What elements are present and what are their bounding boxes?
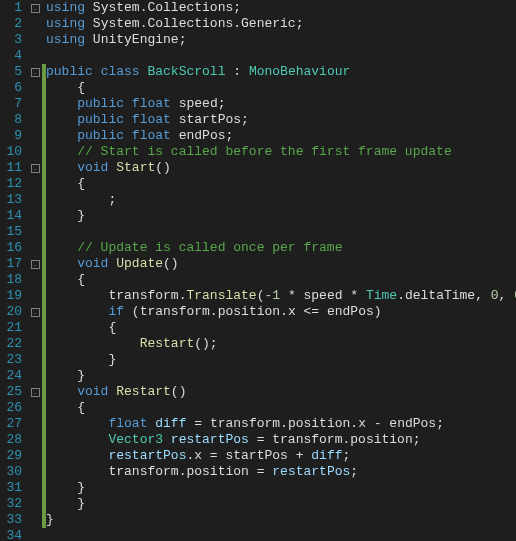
line-number: 28	[0, 432, 22, 448]
line-number: 34	[0, 528, 22, 541]
code-editor[interactable]: using System.Collections; using System.C…	[46, 0, 516, 541]
code-line[interactable]: void Start()	[46, 160, 516, 176]
line-number: 12	[0, 176, 22, 192]
line-number-gutter: 1 2 3 4 5 6 7 8 9 10 11 12 13 14 15 16 1…	[0, 0, 28, 541]
line-number: 20	[0, 304, 22, 320]
line-number: 24	[0, 368, 22, 384]
fold-toggle[interactable]: -	[31, 260, 40, 269]
code-line[interactable]: {	[46, 176, 516, 192]
code-line[interactable]: void Restart()	[46, 384, 516, 400]
code-line[interactable]: }	[46, 208, 516, 224]
code-line[interactable]: {	[46, 80, 516, 96]
line-number: 11	[0, 160, 22, 176]
line-number: 32	[0, 496, 22, 512]
line-number: 30	[0, 464, 22, 480]
line-number: 23	[0, 352, 22, 368]
line-number: 17	[0, 256, 22, 272]
code-line[interactable]: using UnityEngine;	[46, 32, 516, 48]
code-line[interactable]: // Start is called before the first fram…	[46, 144, 516, 160]
line-number: 31	[0, 480, 22, 496]
code-line[interactable]: transform.position = restartPos;	[46, 464, 516, 480]
line-number: 29	[0, 448, 22, 464]
code-line[interactable]: }	[46, 512, 516, 528]
line-number: 22	[0, 336, 22, 352]
code-line[interactable]: ;	[46, 192, 516, 208]
line-number: 2	[0, 16, 22, 32]
line-number: 5	[0, 64, 22, 80]
fold-toggle[interactable]: -	[31, 308, 40, 317]
code-line[interactable]: using System.Collections;	[46, 0, 516, 16]
line-number: 15	[0, 224, 22, 240]
line-number: 18	[0, 272, 22, 288]
line-number: 13	[0, 192, 22, 208]
code-line[interactable]: {	[46, 400, 516, 416]
code-line[interactable]: }	[46, 368, 516, 384]
fold-toggle[interactable]: -	[31, 164, 40, 173]
code-line[interactable]: Vector3 restartPos = transform.position;	[46, 432, 516, 448]
line-number: 19	[0, 288, 22, 304]
code-line[interactable]: if (transform.position.x <= endPos)	[46, 304, 516, 320]
line-number: 21	[0, 320, 22, 336]
code-line[interactable]: {	[46, 320, 516, 336]
code-line[interactable]	[46, 224, 516, 240]
code-line[interactable]: transform.Translate(-1 * speed * Time.de…	[46, 288, 516, 304]
line-number: 3	[0, 32, 22, 48]
line-number: 7	[0, 96, 22, 112]
line-number: 10	[0, 144, 22, 160]
line-number: 33	[0, 512, 22, 528]
line-number: 8	[0, 112, 22, 128]
code-line[interactable]: {	[46, 272, 516, 288]
code-line[interactable]	[46, 528, 516, 541]
fold-toggle[interactable]: -	[31, 388, 40, 397]
code-line[interactable]: void Update()	[46, 256, 516, 272]
line-number: 16	[0, 240, 22, 256]
fold-column: - - - - - -	[28, 0, 42, 541]
fold-toggle[interactable]: -	[31, 4, 40, 13]
code-line[interactable]: using System.Collections.Generic;	[46, 16, 516, 32]
line-number: 25	[0, 384, 22, 400]
code-line[interactable]: Restart();	[46, 336, 516, 352]
code-line[interactable]: }	[46, 496, 516, 512]
code-line[interactable]: // Update is called once per frame	[46, 240, 516, 256]
code-line[interactable]: public class BackScroll : MonoBehaviour	[46, 64, 516, 80]
code-line[interactable]: public float startPos;	[46, 112, 516, 128]
code-line[interactable]: }	[46, 352, 516, 368]
line-number: 14	[0, 208, 22, 224]
line-number: 9	[0, 128, 22, 144]
line-number: 27	[0, 416, 22, 432]
line-number: 26	[0, 400, 22, 416]
code-line[interactable]	[46, 48, 516, 64]
fold-toggle[interactable]: -	[31, 68, 40, 77]
code-line[interactable]: public float speed;	[46, 96, 516, 112]
line-number: 1	[0, 0, 22, 16]
code-line[interactable]: }	[46, 480, 516, 496]
code-line[interactable]: public float endPos;	[46, 128, 516, 144]
code-line[interactable]: restartPos.x = startPos + diff;	[46, 448, 516, 464]
code-line[interactable]: float diff = transform.position.x - endP…	[46, 416, 516, 432]
line-number: 4	[0, 48, 22, 64]
line-number: 6	[0, 80, 22, 96]
